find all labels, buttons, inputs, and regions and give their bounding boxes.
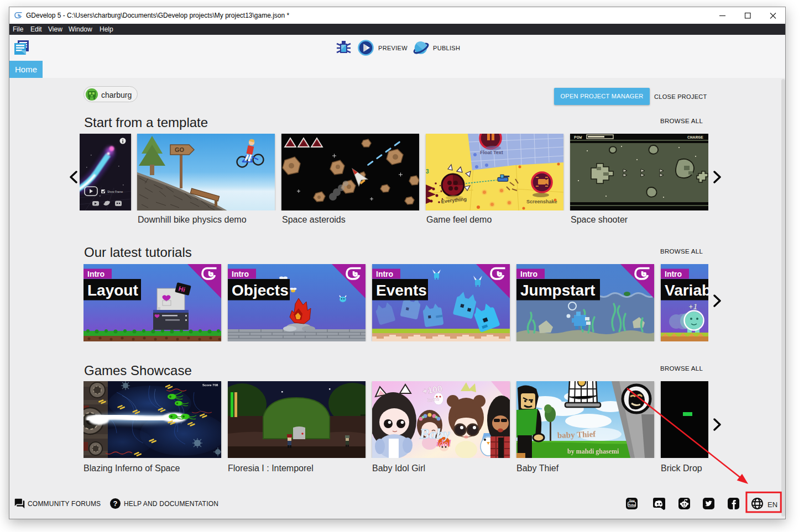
svg-text:Intro: Intro	[232, 270, 249, 278]
svg-text:Layout: Layout	[87, 282, 138, 299]
svg-text:Show Frame: Show Frame	[107, 190, 123, 193]
svg-text:Tube: Tube	[628, 503, 635, 507]
svg-text:3: 3	[426, 168, 429, 175]
svg-text:Float Text: Float Text	[480, 150, 503, 155]
svg-text:Score 708: Score 708	[202, 383, 218, 387]
svg-text:?: ?	[113, 499, 118, 508]
svg-text:Variables: Variables	[665, 282, 708, 299]
svg-text:Objects: Objects	[232, 282, 289, 299]
svg-text:idol: idol	[436, 438, 451, 449]
svg-text:Intro: Intro	[376, 270, 393, 278]
svg-text:POW: POW	[574, 135, 582, 140]
svg-text:by mahdi ghasemi: by mahdi ghasemi	[567, 447, 619, 455]
svg-text:Events: Events	[376, 282, 427, 299]
svg-text:Screenshake: Screenshake	[526, 199, 557, 204]
svg-text:baby Thief: baby Thief	[557, 430, 597, 440]
svg-text:Jumpstart: Jumpstart	[520, 282, 595, 299]
svg-text:You: You	[629, 499, 635, 502]
svg-text:Intro: Intro	[665, 270, 682, 278]
svg-text:CHARGE: CHARGE	[687, 135, 703, 140]
svg-text:+1: +1	[688, 302, 697, 311]
svg-text:Intro: Intro	[87, 270, 105, 278]
svg-text:GO: GO	[175, 146, 185, 153]
svg-text:Intro: Intro	[520, 270, 537, 278]
